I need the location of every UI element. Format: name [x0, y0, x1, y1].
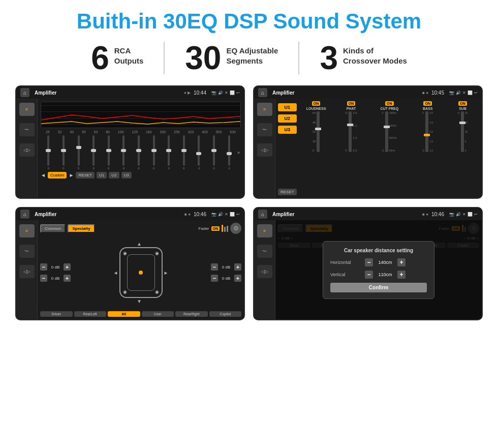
sidebar-eq-btn[interactable]: ≡: [19, 103, 35, 116]
driver-btn[interactable]: Driver: [40, 311, 73, 317]
eq-prev[interactable]: ◄: [41, 172, 46, 178]
sidebar-wave-btn[interactable]: 〜: [19, 123, 35, 136]
horizontal-plus[interactable]: +: [397, 258, 406, 266]
fader-on-badge: ON: [211, 226, 220, 231]
all-btn[interactable]: All: [108, 311, 140, 317]
user-btn[interactable]: User: [142, 311, 174, 317]
home-icon-3[interactable]: ⌂: [20, 210, 29, 219]
bass-on[interactable]: ON: [423, 101, 432, 106]
screen-amp4: ⌂ Amplifier ■ ● 10:46 📷 🔊 ✕ ⬜ ↩ ≡ 〜 ◁▷: [253, 207, 483, 320]
eq-next[interactable]: ►: [69, 172, 74, 178]
time-3: 10:46: [194, 212, 206, 217]
status-bar-3: ⌂ Amplifier ■ ● 10:46 📷 🔊 ✕ ⬜ ↩: [16, 208, 244, 220]
speaker-distance-dialog: Car speaker distance setting Horizontal …: [323, 241, 434, 299]
nav-up[interactable]: ▲: [137, 241, 142, 247]
rearleft-btn[interactable]: RearLeft: [74, 311, 107, 317]
horizontal-minus[interactable]: −: [365, 258, 373, 266]
stats-row: 6 RCAOutputs 30 EQ AdjustableSegments 3 …: [15, 42, 483, 74]
vertical-control: − 110cm +: [365, 271, 406, 279]
amp4-sidebar-vol[interactable]: ◁▷: [257, 265, 272, 278]
stat-rca: 6 RCAOutputs: [71, 42, 165, 74]
sub-on[interactable]: ON: [458, 101, 467, 106]
eq-u1-btn[interactable]: U1: [97, 172, 107, 178]
cutfreq-on[interactable]: ON: [385, 101, 394, 106]
vertical-plus[interactable]: +: [397, 271, 406, 279]
stat-eq-label: EQ AdjustableSegments: [226, 42, 278, 66]
common-tab[interactable]: Common: [40, 224, 66, 233]
amp4-main: Common Specialty Fader ON ⚙: [275, 220, 482, 319]
amp3-main: Common Specialty Fader ON ⚙: [38, 220, 244, 319]
fader-label: Fader: [199, 226, 209, 231]
status-icons-1: 📷 🔊 ✕ ⬜ ↩: [211, 91, 240, 95]
screen-eq: ⌂ Amplifier ● ▶ 10:44 📷 🔊 ✕ ⬜ ↩ ≡ 〜 ◁▷: [15, 85, 245, 199]
plus-fl[interactable]: +: [64, 263, 71, 271]
minus-fr[interactable]: −: [211, 263, 218, 271]
app-title-3: Amplifier: [35, 212, 56, 217]
freq-labels: 253240506380100125160200250320400500630: [41, 130, 241, 134]
amp4-sidebar-eq[interactable]: ≡: [257, 224, 272, 237]
db-rr: 0 dB: [219, 276, 233, 281]
status-icons-2: 📷 🔊 ✕ ⬜ ↩: [449, 91, 478, 95]
screen-amp3: ⌂ Amplifier ■ ● 10:46 📷 🔊 ✕ ⬜ ↩ ≡ 〜 ◁▷: [15, 207, 245, 320]
amp2-sidebar: ≡ 〜 ◁▷: [254, 99, 275, 198]
amp3-sidebar-eq[interactable]: ≡: [19, 224, 35, 237]
dialog-title: Car speaker distance setting: [330, 248, 427, 253]
amp2-sidebar-eq[interactable]: ≡: [257, 103, 272, 116]
eq-u3-btn[interactable]: U3: [121, 172, 132, 178]
db-rl: 0 dB: [48, 276, 63, 281]
db-fr: 0 dB: [219, 265, 233, 270]
reset-btn[interactable]: RESET: [278, 189, 297, 195]
eq-reset-btn[interactable]: RESET: [76, 172, 95, 178]
amp2-sidebar-vol[interactable]: ◁▷: [257, 143, 272, 157]
amp3-sidebar-vol[interactable]: ◁▷: [19, 265, 35, 278]
dialog-overlay: Car speaker distance setting Horizontal …: [275, 220, 482, 319]
app-title-4: Amplifier: [272, 212, 294, 217]
stat-crossover: 3 Kinds ofCrossover Modes: [299, 42, 427, 74]
amp4-sidebar-wave[interactable]: 〜: [257, 245, 272, 258]
vertical-minus[interactable]: −: [365, 271, 373, 279]
plus-fr[interactable]: +: [234, 263, 241, 271]
phat-on[interactable]: ON: [347, 101, 356, 106]
horizontal-control: − 140cm +: [365, 258, 406, 266]
eq-main: 253240506380100125160200250320400500630 …: [38, 99, 244, 198]
settings-icon[interactable]: ⚙: [230, 223, 241, 234]
specialty-tab[interactable]: Specialty: [68, 224, 95, 233]
nav-right[interactable]: ►: [164, 270, 169, 276]
eq-custom-btn[interactable]: Custom: [48, 172, 67, 178]
time-1: 10:44: [194, 90, 206, 96]
amp4-content: ≡ 〜 ◁▷ Common Specialty Fader ON: [254, 220, 482, 319]
minus-rr[interactable]: −: [211, 275, 218, 282]
amp3-content: ≡ 〜 ◁▷ Common Specialty Fader ON: [16, 220, 244, 319]
vertical-value: 110cm: [375, 272, 395, 277]
loudness-on[interactable]: ON: [312, 101, 321, 106]
app-title-1: Amplifier: [35, 90, 56, 96]
nav-left[interactable]: ◄: [113, 270, 118, 276]
stat-rca-label: RCAOutputs: [114, 42, 144, 66]
sidebar-vol-btn[interactable]: ◁▷: [19, 143, 35, 157]
rearright-btn[interactable]: RearRight: [175, 311, 208, 317]
status-bar-2: ⌂ Amplifier ■ ● 10:45 📷 🔊 ✕ ⬜ ↩: [254, 86, 482, 99]
page-title: Buith-in 30EQ DSP Sound System: [15, 9, 483, 34]
screen-amp2: ⌂ Amplifier ■ ● 10:45 📷 🔊 ✕ ⬜ ↩ ≡ 〜 ◁▷: [253, 85, 483, 199]
home-icon-1[interactable]: ⌂: [20, 88, 29, 97]
minus-rl[interactable]: −: [40, 275, 47, 282]
home-icon-4[interactable]: ⌂: [258, 210, 267, 219]
horizontal-row: Horizontal − 140cm +: [330, 258, 427, 266]
amp3-sidebar-wave[interactable]: 〜: [19, 245, 35, 258]
home-icon-2[interactable]: ⌂: [258, 88, 267, 97]
nav-down[interactable]: ▼: [137, 298, 142, 304]
copilot-btn[interactable]: Copilot: [209, 311, 242, 317]
confirm-button[interactable]: Confirm: [330, 283, 427, 292]
minus-fl[interactable]: −: [40, 263, 47, 271]
u2-preset[interactable]: U2: [278, 114, 297, 123]
u3-preset[interactable]: U3: [278, 126, 297, 134]
vertical-row: Vertical − 110cm +: [330, 271, 427, 279]
amp2-sidebar-wave[interactable]: 〜: [257, 123, 272, 136]
status-icons-3: 📷 🔊 ✕ ⬜ ↩: [211, 212, 240, 217]
stat-rca-number: 6: [91, 42, 109, 74]
time-2: 10:45: [431, 90, 444, 96]
plus-rr[interactable]: +: [234, 275, 241, 282]
plus-rl[interactable]: +: [64, 275, 71, 282]
eq-u2-btn[interactable]: U2: [109, 172, 119, 178]
u1-preset[interactable]: U1: [278, 103, 297, 111]
